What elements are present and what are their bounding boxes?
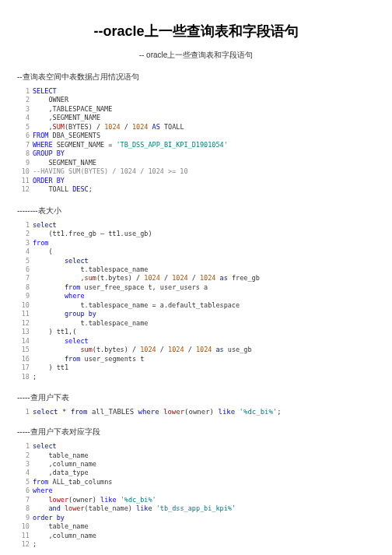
section-1-header: --查询表空间中表数据占用情况语句 [17, 72, 375, 83]
section-4-header: -----查用户下表对应字段 [17, 427, 375, 437]
code-block-2: 1select 2 (tt1.free_gb – tt1.use_gb) 3fr… [17, 221, 375, 381]
section-2-header: --------表大小 [17, 205, 375, 216]
code-block-4: 1select 2 table_name 3 ,column_name 4 ,d… [17, 442, 375, 550]
section-3-header: -----查用户下表 [17, 392, 375, 403]
page-subtitle: -- oracle上一些查询表和字段语句 [17, 50, 375, 61]
query-line-3: 1 select * from all_TABLES where lower(o… [17, 408, 375, 416]
page-title: --oracle上一些查询表和字段语句 [17, 22, 375, 40]
code-block-1: 1SELECT 2 OWNER 3 ,TABLESPACE_NAME 4 ,SE… [17, 87, 375, 195]
